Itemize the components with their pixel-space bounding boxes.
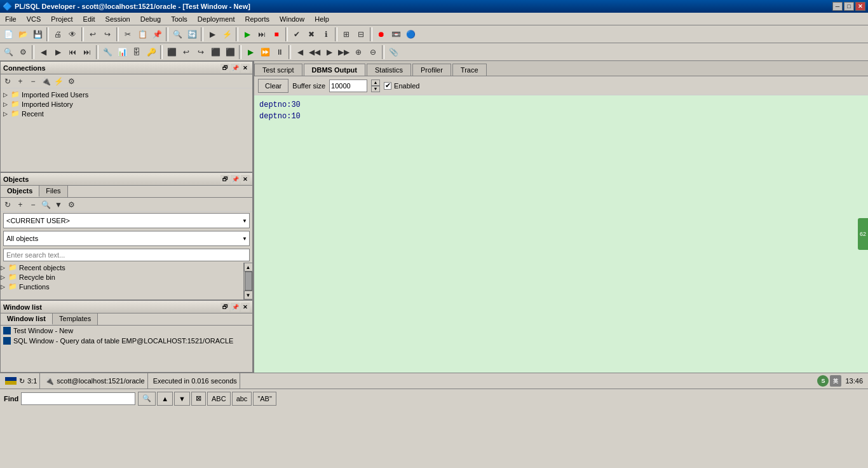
tb-r17[interactable]: ⏩ [258,45,272,59]
menu-window[interactable]: Window [275,13,309,25]
find-quote-button[interactable]: "AB" [253,392,276,406]
obj-functions[interactable]: ▷ 📁 Functions [1,282,243,291]
conn-imported-fixed[interactable]: ▷ 📁 Imported Fixed Users [3,90,250,99]
tb-r9[interactable]: 🗄 [130,45,144,59]
tab-windowlist[interactable]: Window list [1,313,53,325]
menu-debug[interactable]: Debug [135,13,166,25]
objects-scrollbar[interactable]: ▲ ▼ [243,263,252,299]
minimize-button[interactable]: ─ [832,2,843,11]
tb-record2[interactable]: 📼 [389,27,403,41]
buffer-size-input[interactable] [329,79,367,92]
tab-profiler[interactable]: Profiler [412,64,451,76]
all-objects-dropdown[interactable]: All objects [3,231,250,246]
tb-print[interactable]: 🖨 [51,27,65,41]
enabled-checkbox[interactable]: ✔ [384,82,391,90]
tb-record[interactable]: ⏺ [374,27,388,41]
tb-r12[interactable]: ↩ [179,45,193,59]
tb-open[interactable]: 📂 [16,27,30,41]
tb-r13[interactable]: ↪ [194,45,208,59]
tb-r10[interactable]: 🔑 [144,45,158,59]
tab-templates[interactable]: Templates [53,313,98,325]
windowlist-restore[interactable]: 🗗 [220,303,229,312]
tb-rollback[interactable]: ✖ [304,27,318,41]
tb-r22[interactable]: ▶▶ [337,45,351,59]
find-input[interactable] [21,392,135,405]
conn-properties[interactable]: ⚙ [65,76,77,87]
tb-stop[interactable]: ■ [269,27,283,41]
tb-compile[interactable]: ▶ [205,27,219,41]
menu-file[interactable]: File [0,13,22,25]
tab-dbms-output[interactable]: DBMS Output [304,64,365,76]
tb-r11[interactable]: ⬛ [165,45,179,59]
close-button[interactable]: ✕ [855,2,865,11]
tb-info[interactable]: ℹ [319,27,333,41]
win-sql-window[interactable]: SQL Window - Query data of table EMP@LOC… [1,336,252,346]
tab-statistics[interactable]: Statistics [367,64,411,76]
tab-files[interactable]: Files [39,186,67,197]
tb-r14[interactable]: ⬛ [208,45,222,59]
tb-r21[interactable]: ▶ [322,45,336,59]
tb-run[interactable]: ▶ [240,27,254,41]
tb-r6[interactable]: ⏭ [80,45,94,59]
tab-trace[interactable]: Trace [452,64,487,76]
conn-refresh[interactable]: ↻ [2,76,13,87]
connections-pin[interactable]: 📌 [231,64,240,72]
conn-imported-history[interactable]: ▷ 📁 Imported History [3,99,250,109]
objects-pin[interactable]: 📌 [231,175,240,184]
object-search-input[interactable] [3,249,250,261]
menu-deployment[interactable]: Deployment [193,13,240,25]
find-next-button[interactable]: ▼ [174,392,190,406]
obj-find[interactable]: 🔍 [40,199,51,210]
tb-r16[interactable]: ▶ [243,45,257,59]
obj-filter[interactable]: ▼ [53,199,64,210]
connections-restore[interactable]: 🗗 [220,64,229,72]
tb-compile2[interactable]: ⚡ [220,27,234,41]
tb-r19[interactable]: ◀ [293,45,307,59]
obj-remove[interactable]: − [27,199,39,210]
tb-r18[interactable]: ⏸ [273,45,287,59]
conn-connect[interactable]: 🔌 [40,76,51,87]
tb-r8[interactable]: 📊 [115,45,129,59]
find-abc-button[interactable]: ABC [207,392,231,406]
objects-close[interactable]: ✕ [241,175,250,184]
tb-r20[interactable]: ◀◀ [308,45,322,59]
clear-button[interactable]: Clear [258,79,288,93]
find-abc-lower-button[interactable]: abc [232,392,252,406]
scroll-down-icon[interactable]: ▼ [244,291,253,299]
tb-grid[interactable]: ⊟ [354,27,368,41]
scroll-hint[interactable]: 62 [858,218,868,250]
spin-up-button[interactable]: ▲ [371,79,380,86]
tb-paste[interactable]: 📌 [150,27,164,41]
win-test-window[interactable]: Test Window - New [1,326,252,336]
tb-r15[interactable]: ⬛ [223,45,237,59]
tb-r7[interactable]: 🔧 [100,45,114,59]
obj-add[interactable]: + [15,199,26,210]
current-user-dropdown[interactable]: <CURRENT USER> [3,213,250,228]
menu-session[interactable]: Session [100,13,135,25]
tb-about[interactable]: 🔵 [403,27,417,41]
maximize-button[interactable]: □ [844,2,854,11]
menu-edit[interactable]: Edit [78,13,100,25]
tb-r23[interactable]: ⊕ [351,45,365,59]
connections-close[interactable]: ✕ [241,64,250,72]
conn-add[interactable]: + [15,76,26,87]
menu-vcs[interactable]: VCS [22,13,46,25]
tb-r5[interactable]: ⏮ [65,45,79,59]
tb-r3[interactable]: ◀ [36,45,50,59]
tb-r1[interactable]: 🔍 [1,45,15,59]
tb-r4[interactable]: ▶ [51,45,65,59]
find-prev-button[interactable]: ▲ [157,392,173,406]
menu-project[interactable]: Project [46,13,78,25]
tb-r25[interactable]: 📎 [386,45,400,59]
tb-redo[interactable]: ↪ [100,27,114,41]
scroll-up-icon[interactable]: ▲ [244,263,253,272]
tb-cut[interactable]: ✂ [121,27,135,41]
conn-remove[interactable]: − [27,76,39,87]
menu-reports[interactable]: Reports [240,13,275,25]
tb-new[interactable]: 📄 [1,27,15,41]
tb-preview[interactable]: 👁 [65,27,79,41]
tb-copy[interactable]: 📋 [135,27,149,41]
menu-tools[interactable]: Tools [166,13,193,25]
tb-step[interactable]: ⏭ [255,27,269,41]
windowlist-close[interactable]: ✕ [241,303,250,312]
